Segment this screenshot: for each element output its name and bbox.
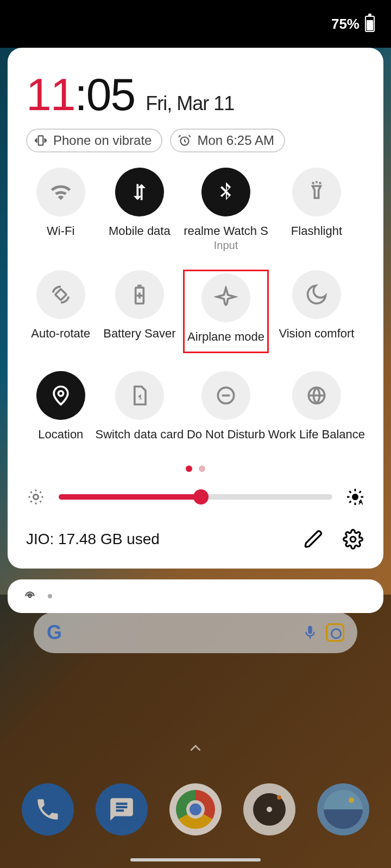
mic-icon[interactable] — [302, 624, 318, 641]
tile-watch-toggle[interactable] — [201, 168, 250, 216]
tile-auto-rotate-toggle[interactable] — [36, 270, 85, 319]
app-gallery[interactable] — [317, 783, 369, 835]
tile-vision-toggle[interactable] — [292, 270, 341, 319]
chip-alarm[interactable]: Mon 6:25 AM — [170, 129, 285, 152]
app-dock — [0, 783, 391, 835]
tile-dnd-label: Do Not Disturb — [187, 427, 265, 442]
tile-watch-sublabel: Input — [214, 239, 238, 252]
clock-minutes: 05 — [86, 69, 135, 120]
tile-mobile-data[interactable]: Mobile data — [96, 168, 184, 252]
tile-wlb-toggle[interactable] — [292, 371, 341, 420]
tile-switch-sim-toggle[interactable]: 1 — [115, 371, 164, 420]
panel-footer: JIO: 17.48 GB used — [26, 527, 365, 551]
app-messages[interactable] — [96, 783, 148, 835]
tile-battery-saver-label: Battery Saver — [103, 327, 175, 341]
tile-battery-saver[interactable]: Battery Saver — [96, 270, 184, 353]
tile-dnd-toggle[interactable] — [201, 371, 250, 420]
svg-point-4 — [58, 391, 63, 396]
tile-vision-label: Vision comfort — [279, 327, 354, 341]
tile-watch[interactable]: realme Watch SInput — [184, 168, 268, 252]
dnd-icon — [214, 384, 238, 407]
tile-wifi[interactable]: Wi-Fi — [26, 168, 96, 252]
svg-point-8 — [34, 495, 39, 500]
moon-icon — [305, 283, 329, 307]
tile-dnd[interactable]: Do Not Disturb — [184, 371, 268, 442]
tile-flashlight[interactable]: Flashlight — [268, 168, 365, 252]
tiles-grid: Wi-FiMobile datarealme Watch SInputFlash… — [26, 168, 365, 442]
app-phone[interactable] — [22, 783, 74, 835]
page-dot-2 — [199, 465, 205, 472]
flashlight-icon — [305, 180, 329, 204]
tile-mobile-data-label: Mobile data — [109, 224, 171, 238]
data-icon — [128, 180, 152, 204]
svg-rect-2 — [55, 289, 66, 301]
rotate-icon — [49, 283, 73, 307]
navbar-pill[interactable] — [130, 858, 261, 861]
page-indicator — [26, 465, 365, 472]
svg-text:1: 1 — [138, 393, 142, 401]
svg-point-12 — [29, 595, 31, 597]
battery-icon — [365, 16, 375, 32]
brightness-auto-icon[interactable]: A — [345, 487, 365, 507]
tile-airplane[interactable]: Airplane mode — [184, 270, 268, 353]
tile-location[interactable]: Location — [26, 371, 96, 442]
brightness-low-icon — [26, 487, 46, 507]
globe-icon — [305, 384, 329, 407]
tile-auto-rotate-label: Auto-rotate — [31, 327, 90, 341]
tile-location-toggle[interactable] — [36, 371, 85, 420]
tile-mobile-data-toggle[interactable] — [115, 168, 164, 216]
tile-wifi-toggle[interactable] — [36, 168, 85, 216]
google-logo-icon: G — [47, 621, 62, 644]
tile-wlb[interactable]: Work Life Balance — [268, 371, 365, 442]
tile-wifi-label: Wi-Fi — [47, 224, 74, 238]
battery-icon — [128, 283, 152, 307]
alarm-icon — [178, 133, 192, 148]
brightness-slider[interactable] — [59, 494, 332, 500]
edit-tiles-button[interactable] — [302, 527, 326, 551]
brightness-fill — [59, 494, 201, 500]
tile-wlb-label: Work Life Balance — [268, 427, 365, 442]
chip-vibrate[interactable]: Phone on vibrate — [26, 129, 162, 152]
chevron-up-icon[interactable] — [186, 739, 205, 760]
tile-battery-saver-toggle[interactable] — [115, 270, 164, 319]
google-search-bar[interactable]: G — [34, 612, 357, 653]
app-chrome[interactable] — [169, 783, 222, 835]
tile-auto-rotate[interactable]: Auto-rotate — [26, 270, 96, 353]
tile-watch-label: realme Watch S — [184, 224, 268, 238]
svg-rect-0 — [39, 136, 43, 145]
quick-settings-panel: 11:05 Fri, Mar 11 Phone on vibrate Mon 6… — [8, 48, 383, 569]
settings-button[interactable] — [341, 527, 365, 551]
app-camera[interactable] — [243, 783, 295, 835]
tile-airplane-label: Airplane mode — [187, 330, 264, 344]
sim-icon: 1 — [128, 384, 152, 407]
notification-row[interactable] — [8, 579, 383, 613]
brightness-thumb[interactable] — [193, 489, 209, 505]
chip-vibrate-label: Phone on vibrate — [53, 133, 152, 148]
status-bar: 75% — [0, 0, 391, 48]
airplane-icon — [214, 286, 238, 310]
hotspot-icon — [23, 589, 37, 603]
bluetooth-icon — [214, 180, 238, 204]
clock-hours: 11 — [26, 69, 74, 120]
page-dot-1 — [186, 465, 192, 472]
data-usage-label[interactable]: JIO: 17.48 GB used — [26, 531, 287, 548]
tile-switch-sim-label: Switch data card — [96, 427, 184, 442]
clock[interactable]: 11:05 — [26, 68, 135, 121]
svg-text:A: A — [358, 499, 363, 506]
tile-flashlight-label: Flashlight — [291, 224, 342, 238]
vibrate-icon — [34, 133, 48, 148]
tile-airplane-toggle[interactable] — [201, 273, 250, 322]
tile-vision[interactable]: Vision comfort — [268, 270, 365, 353]
brightness-row: A — [26, 487, 365, 507]
svg-point-11 — [350, 537, 356, 542]
tile-flashlight-toggle[interactable] — [292, 168, 341, 216]
clock-row: 11:05 Fri, Mar 11 — [26, 68, 365, 121]
wifi-icon — [49, 180, 73, 204]
notif-dot — [48, 594, 52, 598]
lens-icon[interactable] — [326, 623, 344, 642]
svg-point-9 — [352, 494, 358, 500]
chip-alarm-label: Mon 6:25 AM — [197, 133, 274, 148]
tile-switch-sim[interactable]: 1Switch data card — [96, 371, 184, 442]
date-label[interactable]: Fri, Mar 11 — [146, 92, 234, 115]
location-icon — [49, 384, 73, 407]
